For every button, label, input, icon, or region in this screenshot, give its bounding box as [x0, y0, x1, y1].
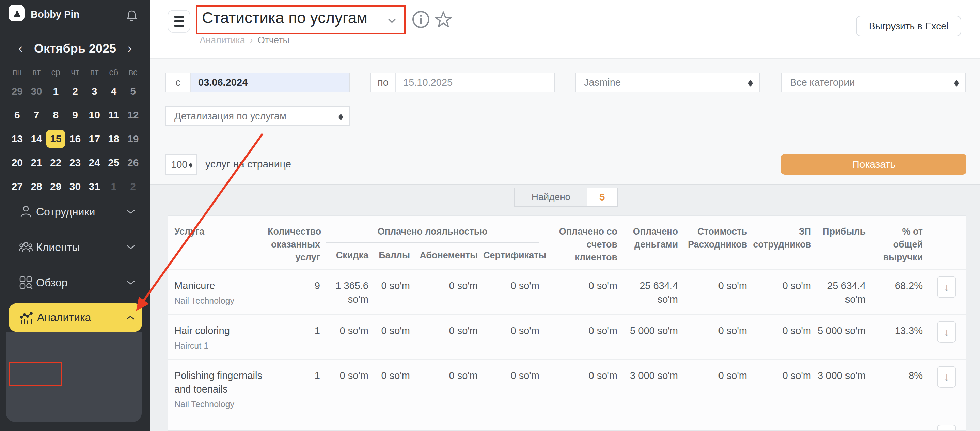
tab-found-count[interactable]: 5	[587, 188, 618, 207]
category-select-value: Все категории	[790, 77, 855, 88]
calendar-day[interactable]: 18	[104, 130, 124, 148]
service-cell: Polishing fingernails and toenailsNail T…	[168, 359, 265, 418]
sidebar-item-label: Аналитика	[37, 311, 91, 324]
calendar-day[interactable]: 29	[46, 177, 65, 196]
calendar-day[interactable]: 26	[123, 154, 143, 172]
profit-cell: 25 634.4 so'm	[814, 270, 868, 315]
calendar-day[interactable]: 7	[27, 106, 46, 124]
calendar-day[interactable]: 4	[104, 82, 124, 100]
client-accounts-cell: 0 so'm	[542, 359, 620, 418]
calendar-day[interactable]: 27	[8, 177, 27, 196]
service-category: Nail Technology	[174, 295, 262, 306]
calendar-day[interactable]: 20	[8, 154, 27, 172]
sidebar-item-label: Сотрудники	[36, 206, 95, 218]
tab-found[interactable]: Найдено	[514, 188, 588, 207]
calendar-day[interactable]: 2	[123, 177, 143, 196]
col-header-salary: ЗП сотрудников	[750, 216, 814, 270]
calendar-day[interactable]: 25	[104, 154, 124, 172]
page-title-dropdown[interactable]: Статистика по услугам	[202, 8, 368, 27]
divider	[326, 242, 539, 243]
col-header-profit: Прибыль	[814, 216, 868, 270]
download-row-button[interactable]: ↓	[937, 321, 956, 343]
download-row-button[interactable]: ↓	[937, 366, 956, 388]
sidebar-item-analytics[interactable]: Аналитика	[8, 303, 142, 332]
weekday-label: пт	[85, 67, 104, 77]
calendar-day[interactable]: 21	[27, 154, 46, 172]
salary-cell: 0 so'm	[750, 315, 814, 359]
calendar-day[interactable]: 31	[85, 177, 104, 196]
category-select[interactable]: Все категории	[781, 73, 966, 92]
weekday-label: сб	[104, 67, 124, 77]
analytics-submenu: Основные показатели Отчеты Настройки	[6, 332, 142, 422]
employee-select[interactable]: Jasmine	[575, 73, 760, 92]
star-favorite-icon[interactable]	[434, 10, 453, 30]
calendar-day[interactable]: 29	[8, 82, 27, 100]
profit-cell: 2 459.16 so'm	[814, 418, 868, 431]
calendar-day[interactable]: 2	[65, 82, 85, 100]
subscriptions-cell: 0 so'm	[413, 270, 480, 315]
points-cell: 0 so'm	[371, 418, 413, 431]
calendar-day[interactable]: 9	[65, 106, 85, 124]
export-excel-button[interactable]: Выгрузить в Excel	[856, 16, 961, 37]
calendar-day[interactable]: 28	[27, 177, 46, 196]
calendar-day[interactable]: 19	[123, 130, 143, 148]
overview-grid-icon	[19, 275, 33, 290]
calendar-day[interactable]: 1	[46, 82, 65, 100]
calendar-day[interactable]: 1	[104, 177, 124, 196]
calendar-day[interactable]: 10	[85, 106, 104, 124]
calendar-day[interactable]: 24	[85, 154, 104, 172]
breadcrumb-analytics[interactable]: Аналитика	[200, 35, 245, 45]
show-button[interactable]: Показать	[781, 154, 966, 175]
calendar-day[interactable]: 11	[104, 106, 124, 124]
calendar-day[interactable]: 8	[46, 106, 65, 124]
col-header-actions	[926, 216, 966, 270]
service-name: Polishing fingernails and toenails	[174, 369, 262, 396]
date-from-group: с	[165, 73, 350, 92]
info-icon[interactable]	[412, 10, 430, 30]
points-cell: 0 so'm	[371, 315, 413, 359]
calendar-day[interactable]: 6	[8, 106, 27, 124]
hamburger-menu-button[interactable]	[167, 10, 190, 33]
consumables-cell: 0 so'm	[681, 315, 750, 359]
calendar-day[interactable]: 30	[27, 82, 46, 100]
calendar-day[interactable]: 15	[46, 130, 65, 148]
date-from-input[interactable]	[191, 73, 349, 92]
calendar-day[interactable]: 5	[123, 82, 143, 100]
calendar-day[interactable]: 23	[65, 154, 85, 172]
calendar-day[interactable]: 17	[85, 130, 104, 148]
download-row-button[interactable]: ↓	[937, 425, 956, 431]
sidebar-item-employees[interactable]: Сотрудники	[0, 194, 150, 229]
service-cell: Hair coloringHaircut 1	[168, 315, 265, 359]
calendar-day[interactable]: 14	[27, 130, 46, 148]
calendar-day[interactable]: 30	[65, 177, 85, 196]
calendar-day[interactable]: 22	[46, 154, 65, 172]
per-page-select[interactable]: 100	[165, 154, 197, 175]
notifications-bell-icon[interactable]	[126, 10, 137, 22]
weekday-label: ср	[46, 67, 65, 77]
calendar-next-button[interactable]: ›	[122, 41, 137, 56]
sidebar-item-label: Клиенты	[36, 241, 80, 254]
sidebar-item-overview[interactable]: Обзор	[0, 265, 150, 300]
date-from-label: с	[166, 73, 191, 92]
services-table-card: Услуга Количество оказанных услуг Оплаче…	[167, 215, 966, 431]
calendar-day-grid: 2930123456789101112131415161718192021222…	[0, 82, 150, 196]
calendar-day[interactable]: 13	[8, 130, 27, 148]
breadcrumb-reports[interactable]: Отчеты	[258, 35, 290, 45]
breadcrumb: Аналитика›Отчеты	[200, 35, 290, 46]
discount-cell: 0 so'm	[323, 359, 371, 418]
calendar-day[interactable]: 12	[123, 106, 143, 124]
download-row-button[interactable]: ↓	[937, 276, 956, 298]
client-accounts-cell: 0 so'm	[542, 315, 620, 359]
certificates-cell: 0 so'm	[480, 270, 542, 315]
service-name: Hair coloring	[174, 324, 262, 337]
detail-select[interactable]: Детализация по услугам	[165, 106, 350, 126]
count-cell: 1	[265, 315, 323, 359]
money-cell: 25 634.4 so'm	[620, 270, 681, 315]
date-to-input[interactable]	[396, 73, 554, 92]
certificates-cell: 0 so'm	[480, 315, 542, 359]
profit-cell: 3 000 so'm	[814, 359, 868, 418]
sidebar-item-clients[interactable]: Клиенты	[0, 229, 150, 265]
calendar-day[interactable]: 16	[65, 130, 85, 148]
money-cell: 3 000 so'm	[620, 359, 681, 418]
calendar-day[interactable]: 3	[85, 82, 104, 100]
